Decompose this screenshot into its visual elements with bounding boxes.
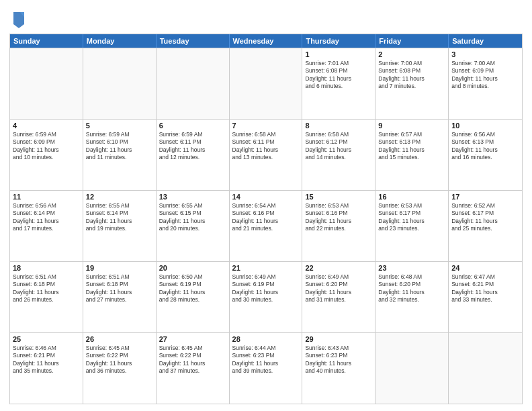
cell-day-number: 2 <box>378 50 445 58</box>
cell-day-number: 23 <box>378 264 445 272</box>
cell-info-text: Sunrise: 6:55 AM Sunset: 6:15 PM Dayligh… <box>159 202 226 233</box>
cell-day-number: 13 <box>159 193 226 201</box>
calendar-cell: 1Sunrise: 7:01 AM Sunset: 6:08 PM Daylig… <box>302 48 375 119</box>
calendar-cell: 14Sunrise: 6:54 AM Sunset: 6:16 PM Dayli… <box>230 191 303 261</box>
cell-info-text: Sunrise: 6:45 AM Sunset: 6:22 PM Dayligh… <box>159 345 226 375</box>
cell-info-text: Sunrise: 6:50 AM Sunset: 6:19 PM Dayligh… <box>159 273 226 304</box>
header <box>9 7 523 30</box>
calendar-cell <box>83 48 157 119</box>
calendar-cell: 7Sunrise: 6:58 AM Sunset: 6:11 PM Daylig… <box>230 120 303 190</box>
calendar-cell: 25Sunrise: 6:46 AM Sunset: 6:21 PM Dayli… <box>10 333 83 404</box>
calendar-cell: 29Sunrise: 6:43 AM Sunset: 6:23 PM Dayli… <box>302 333 375 404</box>
calendar-cell: 24Sunrise: 6:47 AM Sunset: 6:21 PM Dayli… <box>449 262 522 332</box>
calendar-cell <box>157 48 230 119</box>
cell-day-number: 4 <box>13 122 80 130</box>
cell-day-number: 28 <box>232 335 300 343</box>
calendar-row-1: 4Sunrise: 6:59 AM Sunset: 6:09 PM Daylig… <box>10 119 522 190</box>
calendar-cell: 13Sunrise: 6:55 AM Sunset: 6:15 PM Dayli… <box>157 191 230 261</box>
cell-day-number: 10 <box>451 122 519 130</box>
calendar-cell: 28Sunrise: 6:44 AM Sunset: 6:23 PM Dayli… <box>230 333 303 404</box>
header-saturday: Saturday <box>449 34 522 48</box>
calendar-header: Sunday Monday Tuesday Wednesday Thursday… <box>10 34 522 48</box>
header-tuesday: Tuesday <box>157 34 230 48</box>
cell-day-number: 26 <box>86 335 153 343</box>
cell-info-text: Sunrise: 6:51 AM Sunset: 6:18 PM Dayligh… <box>86 273 153 304</box>
cell-day-number: 14 <box>232 193 300 201</box>
cell-info-text: Sunrise: 7:00 AM Sunset: 6:09 PM Dayligh… <box>451 60 519 91</box>
calendar-cell: 19Sunrise: 6:51 AM Sunset: 6:18 PM Dayli… <box>83 262 157 332</box>
cell-day-number: 17 <box>451 193 519 201</box>
header-friday: Friday <box>375 34 449 48</box>
cell-day-number: 20 <box>159 264 226 272</box>
calendar-cell <box>449 333 522 404</box>
cell-day-number: 1 <box>305 50 372 58</box>
page: Sunday Monday Tuesday Wednesday Thursday… <box>0 0 532 411</box>
cell-info-text: Sunrise: 6:48 AM Sunset: 6:20 PM Dayligh… <box>378 273 445 304</box>
cell-day-number: 9 <box>378 122 445 130</box>
calendar-row-3: 18Sunrise: 6:51 AM Sunset: 6:18 PM Dayli… <box>10 261 522 332</box>
cell-info-text: Sunrise: 6:46 AM Sunset: 6:21 PM Dayligh… <box>13 345 80 375</box>
header-monday: Monday <box>83 34 157 48</box>
calendar-body: 1Sunrise: 7:01 AM Sunset: 6:08 PM Daylig… <box>10 48 522 404</box>
cell-day-number: 27 <box>159 335 226 343</box>
cell-info-text: Sunrise: 6:56 AM Sunset: 6:13 PM Dayligh… <box>451 131 519 162</box>
cell-info-text: Sunrise: 6:59 AM Sunset: 6:09 PM Dayligh… <box>13 131 80 162</box>
calendar: Sunday Monday Tuesday Wednesday Thursday… <box>9 34 523 404</box>
calendar-cell: 9Sunrise: 6:57 AM Sunset: 6:13 PM Daylig… <box>375 120 449 190</box>
calendar-cell: 18Sunrise: 6:51 AM Sunset: 6:18 PM Dayli… <box>10 262 83 332</box>
calendar-cell: 26Sunrise: 6:45 AM Sunset: 6:22 PM Dayli… <box>83 333 157 404</box>
cell-info-text: Sunrise: 6:59 AM Sunset: 6:10 PM Dayligh… <box>86 131 153 162</box>
calendar-cell: 11Sunrise: 6:56 AM Sunset: 6:14 PM Dayli… <box>10 191 83 261</box>
calendar-cell: 22Sunrise: 6:49 AM Sunset: 6:20 PM Dayli… <box>302 262 375 332</box>
cell-day-number: 25 <box>13 335 80 343</box>
calendar-cell: 16Sunrise: 6:53 AM Sunset: 6:17 PM Dayli… <box>375 191 449 261</box>
calendar-cell: 27Sunrise: 6:45 AM Sunset: 6:22 PM Dayli… <box>157 333 230 404</box>
calendar-cell: 3Sunrise: 7:00 AM Sunset: 6:09 PM Daylig… <box>449 48 522 119</box>
cell-day-number: 21 <box>232 264 300 272</box>
calendar-cell: 20Sunrise: 6:50 AM Sunset: 6:19 PM Dayli… <box>157 262 230 332</box>
cell-day-number: 16 <box>378 193 445 201</box>
calendar-cell <box>230 48 303 119</box>
cell-day-number: 29 <box>305 335 372 343</box>
cell-info-text: Sunrise: 6:49 AM Sunset: 6:19 PM Dayligh… <box>232 273 300 304</box>
cell-day-number: 22 <box>305 264 372 272</box>
calendar-cell: 21Sunrise: 6:49 AM Sunset: 6:19 PM Dayli… <box>230 262 303 332</box>
header-thursday: Thursday <box>302 34 375 48</box>
calendar-cell: 6Sunrise: 6:59 AM Sunset: 6:11 PM Daylig… <box>157 120 230 190</box>
calendar-cell <box>375 333 449 404</box>
cell-day-number: 18 <box>13 264 80 272</box>
calendar-cell: 5Sunrise: 6:59 AM Sunset: 6:10 PM Daylig… <box>83 120 157 190</box>
cell-info-text: Sunrise: 7:00 AM Sunset: 6:08 PM Dayligh… <box>378 60 445 91</box>
cell-info-text: Sunrise: 6:58 AM Sunset: 6:11 PM Dayligh… <box>232 131 300 162</box>
cell-info-text: Sunrise: 6:47 AM Sunset: 6:21 PM Dayligh… <box>451 273 519 304</box>
cell-day-number: 7 <box>232 122 300 130</box>
cell-info-text: Sunrise: 6:56 AM Sunset: 6:14 PM Dayligh… <box>13 202 80 233</box>
cell-info-text: Sunrise: 6:53 AM Sunset: 6:17 PM Dayligh… <box>378 202 445 233</box>
cell-info-text: Sunrise: 6:57 AM Sunset: 6:13 PM Dayligh… <box>378 131 445 162</box>
calendar-row-2: 11Sunrise: 6:56 AM Sunset: 6:14 PM Dayli… <box>10 190 522 261</box>
cell-info-text: Sunrise: 6:49 AM Sunset: 6:20 PM Dayligh… <box>305 273 372 304</box>
calendar-cell: 17Sunrise: 6:52 AM Sunset: 6:17 PM Dayli… <box>449 191 522 261</box>
cell-day-number: 3 <box>451 50 519 58</box>
logo-icon <box>11 9 27 30</box>
calendar-cell: 8Sunrise: 6:58 AM Sunset: 6:12 PM Daylig… <box>302 120 375 190</box>
calendar-row-4: 25Sunrise: 6:46 AM Sunset: 6:21 PM Dayli… <box>10 332 522 404</box>
cell-day-number: 11 <box>13 193 80 201</box>
cell-info-text: Sunrise: 6:51 AM Sunset: 6:18 PM Dayligh… <box>13 273 80 304</box>
cell-info-text: Sunrise: 6:45 AM Sunset: 6:22 PM Dayligh… <box>86 345 153 375</box>
cell-day-number: 19 <box>86 264 153 272</box>
calendar-cell <box>10 48 83 119</box>
cell-info-text: Sunrise: 6:53 AM Sunset: 6:16 PM Dayligh… <box>305 202 372 233</box>
cell-day-number: 8 <box>305 122 372 130</box>
calendar-cell: 23Sunrise: 6:48 AM Sunset: 6:20 PM Dayli… <box>375 262 449 332</box>
cell-info-text: Sunrise: 6:54 AM Sunset: 6:16 PM Dayligh… <box>232 202 300 233</box>
calendar-row-0: 1Sunrise: 7:01 AM Sunset: 6:08 PM Daylig… <box>10 48 522 119</box>
cell-day-number: 15 <box>305 193 372 201</box>
cell-day-number: 24 <box>451 264 519 272</box>
header-sunday: Sunday <box>10 34 83 48</box>
cell-day-number: 5 <box>86 122 153 130</box>
calendar-cell: 15Sunrise: 6:53 AM Sunset: 6:16 PM Dayli… <box>302 191 375 261</box>
logo <box>9 9 27 30</box>
cell-info-text: Sunrise: 6:59 AM Sunset: 6:11 PM Dayligh… <box>159 131 226 162</box>
cell-info-text: Sunrise: 6:52 AM Sunset: 6:17 PM Dayligh… <box>451 202 519 233</box>
